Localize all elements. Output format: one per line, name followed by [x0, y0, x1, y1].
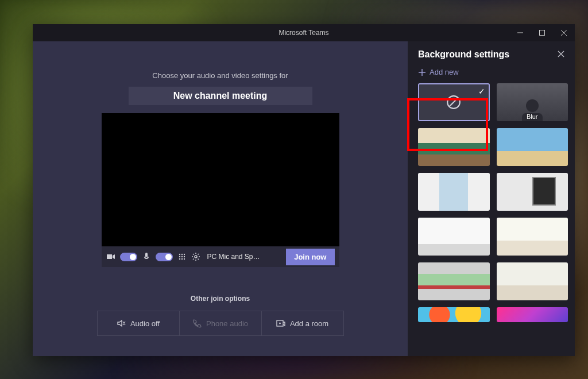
- window-body: Choose your audio and video settings for…: [33, 41, 575, 356]
- plus-icon: [418, 68, 426, 76]
- video-preview: [102, 113, 339, 246]
- titlebar: Microsoft Teams: [33, 24, 575, 41]
- app-title: Microsoft Teams: [278, 29, 328, 37]
- phone-audio-label: Phone audio: [206, 319, 248, 328]
- minimize-button[interactable]: [509, 24, 531, 41]
- no-background-icon: [446, 95, 461, 110]
- audio-off-label: Audio off: [130, 319, 160, 328]
- join-now-button[interactable]: Join now: [286, 249, 334, 265]
- gear-icon[interactable]: [191, 252, 200, 261]
- avatar-silhouette-icon: [526, 99, 539, 112]
- svg-point-6: [183, 256, 184, 257]
- close-button[interactable]: [553, 24, 575, 41]
- background-tile-image[interactable]: [418, 218, 490, 256]
- background-settings-panel: Background settings Add new ✓ Blur: [408, 41, 575, 356]
- background-tile-image[interactable]: [497, 218, 568, 256]
- device-controls: PC Mic and Sp… Join now: [102, 246, 339, 267]
- background-tile-image[interactable]: [418, 173, 490, 211]
- background-tile-image[interactable]: [497, 262, 568, 300]
- background-grid: ✓ Blur: [418, 83, 568, 322]
- background-tile-image[interactable]: [418, 128, 490, 166]
- svg-rect-0: [540, 30, 545, 36]
- background-tile-image[interactable]: [497, 307, 568, 322]
- video-preview-container: PC Mic and Sp… Join now: [102, 113, 339, 267]
- svg-point-5: [181, 256, 182, 257]
- background-tile-image[interactable]: [418, 307, 490, 322]
- audio-off-option[interactable]: Audio off: [98, 311, 179, 335]
- other-options: Audio off Phone audio Add a room: [97, 311, 344, 336]
- other-options-label: Other join options: [191, 295, 250, 303]
- svg-point-10: [195, 256, 197, 258]
- add-room-option[interactable]: Add a room: [261, 311, 343, 335]
- background-tile-blur[interactable]: Blur: [497, 83, 568, 121]
- app-window: Microsoft Teams Choose your audio and vi…: [33, 24, 575, 356]
- prejoin-panel: Choose your audio and video settings for…: [33, 41, 408, 356]
- add-room-icon: [276, 319, 285, 328]
- background-tile-image[interactable]: [497, 128, 568, 166]
- mic-icon: [142, 252, 151, 261]
- svg-point-4: [179, 256, 180, 257]
- phone-audio-option: Phone audio: [179, 311, 261, 335]
- svg-point-9: [183, 258, 184, 260]
- prejoin-prompt: Choose your audio and video settings for: [152, 71, 288, 80]
- camera-toggle[interactable]: [120, 253, 137, 261]
- background-grid-scroll[interactable]: ✓ Blur: [408, 83, 575, 356]
- svg-point-3: [183, 254, 184, 255]
- panel-title: Background settings: [418, 49, 509, 60]
- mic-toggle[interactable]: [156, 253, 173, 261]
- svg-point-8: [181, 258, 182, 260]
- blur-label: Blur: [497, 113, 568, 120]
- background-effects-icon[interactable]: [177, 252, 187, 261]
- add-room-label: Add a room: [290, 319, 328, 328]
- background-tile-none[interactable]: ✓: [418, 83, 490, 121]
- device-label[interactable]: PC Mic and Sp…: [207, 253, 282, 261]
- phone-icon: [192, 319, 202, 328]
- add-new-button[interactable]: Add new: [408, 63, 575, 83]
- check-icon: ✓: [478, 87, 485, 96]
- window-controls: [509, 24, 575, 41]
- add-new-label: Add new: [430, 68, 459, 76]
- camera-icon: [106, 252, 115, 261]
- maximize-button[interactable]: [531, 24, 553, 41]
- svg-point-7: [179, 258, 180, 260]
- svg-point-2: [181, 254, 182, 255]
- panel-close-button[interactable]: [558, 49, 564, 60]
- speaker-off-icon: [117, 319, 126, 328]
- svg-point-1: [179, 254, 180, 255]
- background-tile-image[interactable]: [418, 262, 490, 300]
- background-tile-image[interactable]: [497, 173, 568, 211]
- meeting-title-input[interactable]: New channel meeting: [129, 87, 312, 105]
